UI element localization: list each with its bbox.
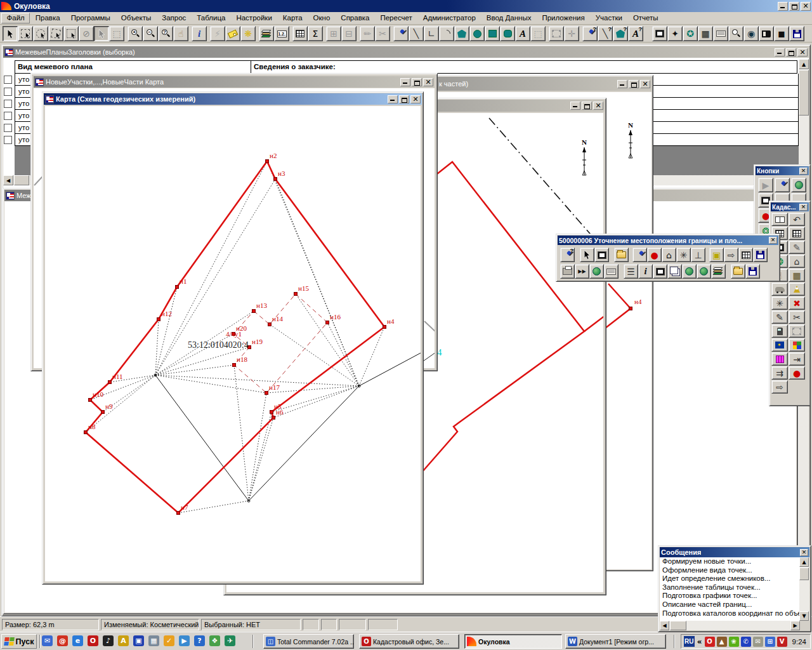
taskbar-task-4[interactable]: WДокумент1 [Режим огр... xyxy=(565,634,666,649)
quicklaunch-opera-icon[interactable]: O xyxy=(88,635,98,646)
select-in-rect-button[interactable] xyxy=(18,26,33,41)
record-red-button[interactable]: ● xyxy=(789,366,805,380)
tray-dialer-icon[interactable]: ✆ xyxy=(741,637,751,647)
karta-minimize-button[interactable] xyxy=(388,95,398,103)
map-window-button[interactable] xyxy=(653,264,667,279)
sequence-button[interactable]: ⇥ xyxy=(789,352,805,366)
rail-cross-button[interactable]: ✳ xyxy=(676,248,691,262)
soobshcheniya-vscrollbar[interactable]: ▲ ▼ xyxy=(799,557,809,621)
soobshcheniya-close-button[interactable]: ✕ xyxy=(800,549,808,556)
clip-cut-button[interactable]: ✂ xyxy=(375,26,390,41)
draw-frame-button[interactable]: ⬚ xyxy=(530,26,546,41)
book-button[interactable] xyxy=(759,26,774,41)
restore-button[interactable] xyxy=(789,2,799,11)
window-tool-button[interactable] xyxy=(652,26,667,41)
utochnenie-titlebar[interactable]: 500000006 Уточнение местоположения грани… xyxy=(558,235,778,245)
mezhevye-maximize-button[interactable] xyxy=(786,48,796,56)
mezhevye-minimize-button[interactable] xyxy=(775,48,785,56)
select-in-polygon-button[interactable] xyxy=(48,26,63,41)
message-5[interactable]: Подготовка графики точек... xyxy=(660,592,800,600)
new-browser-button[interactable] xyxy=(292,26,308,41)
redistrict-button[interactable]: ⊟ xyxy=(341,26,357,41)
menu-item-ввод данных[interactable]: Ввод Данных xyxy=(481,13,537,23)
region-nodes-button[interactable] xyxy=(789,324,805,338)
layer-control-button[interactable] xyxy=(259,26,274,41)
globe-coins-button[interactable] xyxy=(589,264,604,279)
arrow-white-button[interactable]: ⇨ xyxy=(724,248,738,262)
layers-button[interactable] xyxy=(711,264,726,279)
gas-pump-button[interactable] xyxy=(771,324,788,338)
search-object-button[interactable] xyxy=(728,26,743,41)
message-6[interactable]: Описание частей границ... xyxy=(660,600,800,609)
tray-opera-tray-icon[interactable]: O xyxy=(705,637,715,647)
draw-rounded-rectangle-button[interactable] xyxy=(500,26,515,41)
karta-close-button[interactable]: ✕ xyxy=(410,95,421,103)
mezhevye-hscroll-thumb[interactable] xyxy=(14,175,29,185)
taskbar-task-3[interactable]: Окуловка xyxy=(464,634,562,649)
map-view-maximize-button[interactable] xyxy=(582,102,592,110)
novye-close-button[interactable]: ✕ xyxy=(423,78,433,86)
puzzle-button[interactable] xyxy=(789,338,805,352)
unselect-all-button[interactable]: ⊘ xyxy=(79,26,94,41)
symbol-style-button[interactable]: ? xyxy=(582,26,598,41)
statistics-button[interactable]: Σ xyxy=(308,26,323,41)
quicklaunch-wmp-icon[interactable]: ▶ xyxy=(179,635,190,646)
column-header-vid-mezhevogo-plana[interactable]: Вид межевого плана xyxy=(15,61,251,73)
rail-cross-button[interactable]: ✳ xyxy=(771,296,788,310)
eu-flag-button[interactable] xyxy=(771,338,788,352)
quicklaunch-save-blue-icon[interactable]: ▣ xyxy=(133,635,144,646)
menu-item-объекты[interactable]: Объекты xyxy=(115,13,156,23)
row-checkbox-3[interactable] xyxy=(4,100,12,108)
globe-edit-button[interactable] xyxy=(682,264,697,279)
select-graphic-button[interactable] xyxy=(94,26,109,41)
mezhevye-close-button[interactable]: ✕ xyxy=(797,48,808,56)
mezhevye-vscroll-thumb[interactable] xyxy=(799,70,809,116)
soobshcheniya-hscroll-left[interactable]: ◀ xyxy=(660,621,669,630)
draw-polyline-button[interactable]: ∟ xyxy=(424,26,439,41)
knopki-titlebar[interactable]: Кнопки ✕ xyxy=(756,166,809,175)
quicklaunch-picasa-icon[interactable]: ❖ xyxy=(209,635,220,646)
chastej-close-button[interactable]: ✕ xyxy=(640,80,650,88)
open-folder-2-button[interactable] xyxy=(731,264,745,279)
novye-minimize-button[interactable] xyxy=(400,78,410,86)
red-cross-button[interactable]: ✖ xyxy=(789,296,805,310)
envelope-button[interactable] xyxy=(604,264,619,279)
fast-forward-button[interactable]: ▶▶ xyxy=(575,264,589,279)
move-label-button[interactable]: ❋ xyxy=(240,26,256,41)
message-2[interactable]: Оформление вида точек... xyxy=(660,566,800,575)
tray-icq-flower-icon[interactable]: ❀ xyxy=(729,637,739,647)
draw-text-button[interactable]: A xyxy=(515,26,530,41)
language-indicator[interactable]: RU xyxy=(684,636,695,647)
tray-win-update-icon[interactable]: ⊞ xyxy=(765,637,775,647)
text-style-button[interactable]: A? xyxy=(628,26,643,41)
label-button[interactable] xyxy=(225,26,240,41)
karta-map-canvas[interactable]: н1н2н3н4н5н6н7н8н9н10н11н12н13н14н15н16н… xyxy=(45,106,421,581)
clip-region-button[interactable]: ✏ xyxy=(360,26,375,41)
menu-item-запрос[interactable]: Запрос xyxy=(157,13,192,23)
row-checkbox-1[interactable] xyxy=(4,76,12,84)
bank-button[interactable]: ▦ xyxy=(698,26,713,41)
page-edit-button[interactable]: ✎ xyxy=(771,310,788,324)
map-view-close-button[interactable]: ✕ xyxy=(593,102,603,110)
info-button[interactable]: i xyxy=(192,26,207,41)
building-button[interactable]: ▦ xyxy=(789,269,805,282)
soobshcheniya-titlebar[interactable]: Сообщения ✕ xyxy=(660,547,809,557)
map-view-minimize-button[interactable] xyxy=(570,102,580,110)
menu-item-настройки[interactable]: Настройки xyxy=(231,13,277,23)
survey-pole-button[interactable]: ⊥ xyxy=(691,248,705,262)
select-window-button[interactable] xyxy=(594,248,609,262)
message-4[interactable]: Заполнение таблицы точек... xyxy=(660,583,800,592)
car-button[interactable] xyxy=(771,282,788,296)
menu-item-таблица[interactable]: Таблица xyxy=(192,13,231,23)
legend-button[interactable]: ◼ xyxy=(774,26,789,41)
globe-go-button[interactable] xyxy=(791,178,806,192)
arrow-in-button[interactable]: ⇉ xyxy=(771,366,788,380)
globe-folder-button[interactable] xyxy=(697,264,711,279)
reshape-button[interactable] xyxy=(549,26,564,41)
row-checkbox-4[interactable] xyxy=(4,112,12,120)
select-in-area-button[interactable] xyxy=(63,26,79,41)
tray-antivirus-icon[interactable]: V xyxy=(777,637,787,647)
mezhevye-vscroll-up-arrow[interactable]: ▲ xyxy=(799,59,809,69)
undo-button[interactable]: ↶ xyxy=(789,213,805,226)
save-1-button[interactable] xyxy=(753,248,768,262)
